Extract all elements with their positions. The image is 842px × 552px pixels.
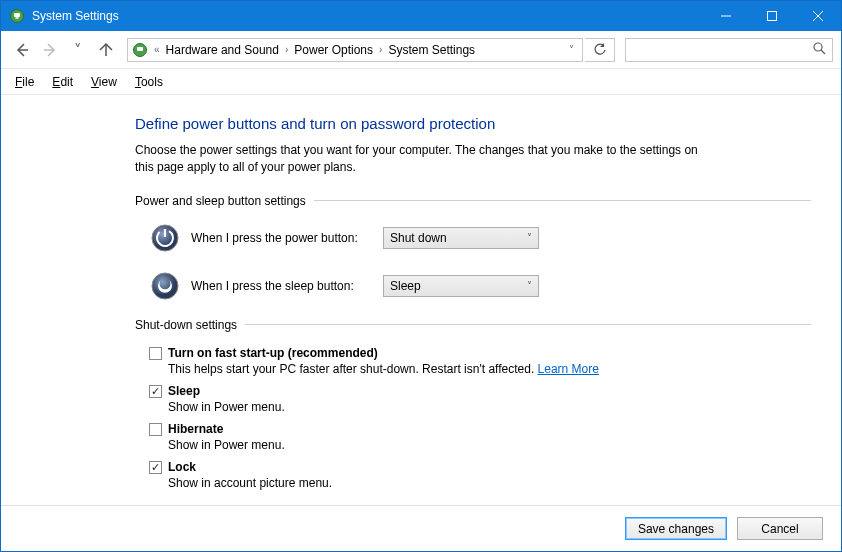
svg-rect-2 [16,17,19,19]
menu-bar: File Edit View Tools [1,69,841,95]
control-panel-icon [132,42,148,58]
power-button-select[interactable]: Shut down ˅ [383,227,539,249]
content-area: Define power buttons and turn on passwor… [1,95,841,490]
power-icon [149,222,181,254]
refresh-button[interactable] [585,38,615,62]
page-description: Choose the power settings that you want … [135,142,715,176]
chevron-right-icon: › [377,44,384,55]
sleep-button-select[interactable]: Sleep ˅ [383,275,539,297]
maximize-button[interactable] [749,1,795,31]
fast-startup-label: Turn on fast start-up (recommended) [168,346,378,360]
svg-rect-1 [14,13,20,17]
breadcrumb-sep: « [152,44,162,55]
sleep-button-label: When I press the sleep button: [191,279,383,293]
title-bar: System Settings [1,1,841,31]
search-input[interactable] [625,38,833,62]
breadcrumb-power-options[interactable]: Power Options [290,43,377,57]
svg-point-17 [152,273,178,299]
svg-point-12 [814,43,822,51]
breadcrumb-hardware[interactable]: Hardware and Sound [162,43,283,57]
svg-rect-4 [768,12,777,21]
nav-row: ˅ « Hardware and Sound › Power Options ›… [1,31,841,69]
lock-label: Lock [168,460,196,474]
section-shutdown: Shut-down settings [135,318,811,332]
sleep-option: ✓ Sleep [149,384,811,398]
address-bar[interactable]: « Hardware and Sound › Power Options › S… [127,38,583,62]
svg-rect-11 [137,47,143,51]
hibernate-label: Hibernate [168,422,223,436]
section-power-sleep: Power and sleep button settings [135,194,811,208]
lock-checkbox[interactable]: ✓ [149,461,162,474]
app-icon [9,8,25,24]
lock-option: ✓ Lock [149,460,811,474]
recent-locations-button[interactable]: ˅ [65,37,91,63]
search-icon [813,42,826,58]
fast-startup-option: Turn on fast start-up (recommended) [149,346,811,360]
power-button-row: When I press the power button: Shut down… [149,222,811,254]
sleep-button-row: When I press the sleep button: Sleep ˅ [149,270,811,302]
save-changes-button[interactable]: Save changes [625,517,727,540]
minimize-button[interactable] [703,1,749,31]
menu-tools[interactable]: Tools [129,73,169,91]
window-title: System Settings [32,9,119,23]
address-dropdown[interactable]: ˅ [562,44,580,55]
sleep-icon [149,270,181,302]
sleep-checkbox[interactable]: ✓ [149,385,162,398]
button-row: Save changes Cancel [1,505,841,551]
back-button[interactable] [9,37,35,63]
chevron-down-icon: ˅ [527,280,532,291]
breadcrumb-system-settings[interactable]: System Settings [384,43,479,57]
hibernate-checkbox[interactable] [149,423,162,436]
sleep-desc: Show in Power menu. [168,400,811,414]
power-button-label: When I press the power button: [191,231,383,245]
up-button[interactable] [93,37,119,63]
cancel-button[interactable]: Cancel [737,517,823,540]
menu-file[interactable]: File [9,73,40,91]
chevron-down-icon: ˅ [527,232,532,243]
close-button[interactable] [795,1,841,31]
sleep-label: Sleep [168,384,200,398]
chevron-right-icon: › [283,44,290,55]
svg-line-13 [821,50,825,54]
fast-startup-desc: This helps start your PC faster after sh… [168,362,811,376]
menu-edit[interactable]: Edit [46,73,79,91]
hibernate-desc: Show in Power menu. [168,438,811,452]
svg-point-14 [152,225,178,251]
page-heading: Define power buttons and turn on passwor… [135,115,811,132]
learn-more-link[interactable]: Learn More [538,362,599,376]
forward-button[interactable] [37,37,63,63]
lock-desc: Show in account picture menu. [168,476,811,490]
menu-view[interactable]: View [85,73,123,91]
fast-startup-checkbox[interactable] [149,347,162,360]
hibernate-option: Hibernate [149,422,811,436]
